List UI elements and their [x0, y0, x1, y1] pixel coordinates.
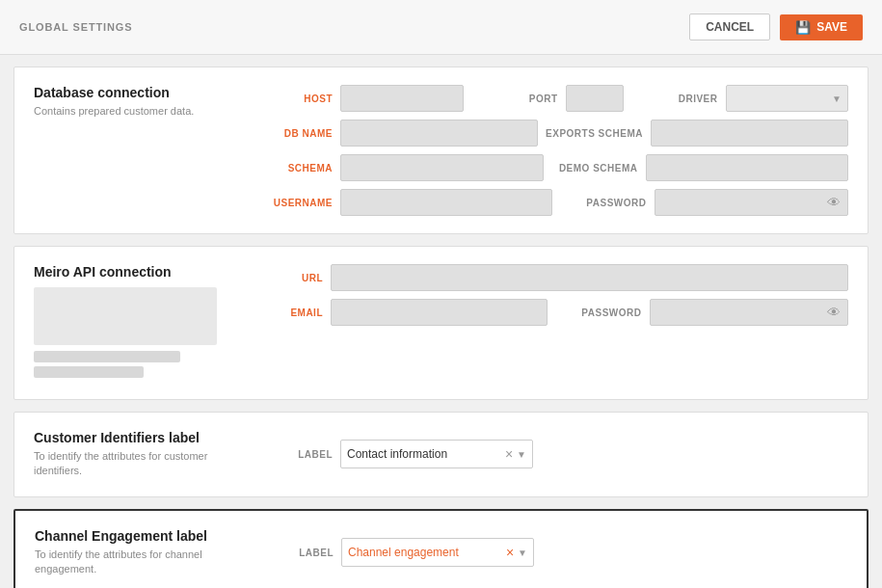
meiro-password-label: PASSWORD — [555, 307, 642, 318]
port-input[interactable] — [566, 85, 624, 112]
db-name-label: DB NAME — [246, 128, 333, 139]
header-actions: CANCEL 💾 SAVE — [689, 13, 863, 40]
host-label: HOST — [246, 94, 333, 104]
database-section: Database connection Contains prepared cu… — [13, 67, 869, 234]
username-label: USERNAME — [246, 198, 333, 208]
meiro-section-right: URL EMAIL PASSWORD 👁 — [236, 264, 848, 326]
db-password-wrapper: 👁 — [655, 189, 849, 216]
meiro-password-input[interactable] — [650, 299, 849, 326]
customer-identifiers-desc: To identify the attributes for customer … — [34, 449, 227, 479]
demo-schema-label: DEMO SCHEMA — [551, 163, 638, 174]
save-button[interactable]: 💾 SAVE — [780, 14, 863, 40]
channel-engagement-left: Channel Engagement label To identify the… — [35, 528, 227, 577]
database-desc: Contains prepared customer data. — [34, 104, 227, 119]
ci-label-value: Contact information — [347, 447, 501, 461]
meiro-desc-line1 — [34, 351, 180, 362]
db-password-eye-icon[interactable]: 👁 — [827, 195, 841, 210]
host-input[interactable] — [340, 85, 464, 112]
channel-engagement-section: Channel Engagement label To identify the… — [13, 509, 869, 588]
customer-identifiers-section: Customer Identifiers label To identify t… — [13, 412, 869, 497]
meiro-title: Meiro API connection — [34, 264, 217, 280]
ci-arrow-icon[interactable]: ▼ — [517, 449, 526, 460]
meiro-password-eye-icon[interactable]: 👁 — [827, 305, 841, 320]
meiro-desc-block — [34, 287, 217, 345]
save-icon: 💾 — [795, 20, 811, 35]
meiro-url-row: URL — [236, 264, 848, 291]
page-title: GLOBAL SETTINGS — [19, 21, 133, 33]
meiro-section: Meiro API connection URL EMAIL PASSWOR — [13, 246, 869, 400]
database-section-left: Database connection Contains prepared cu… — [34, 85, 227, 119]
ce-label-select[interactable]: Channel engagement × ▼ — [341, 538, 534, 567]
driver-arrow-icon: ▼ — [832, 94, 842, 104]
db-password-input[interactable] — [655, 189, 849, 216]
username-input[interactable] — [340, 189, 552, 216]
driver-select[interactable]: ▼ — [726, 85, 849, 112]
meiro-email-password-row: EMAIL PASSWORD 👁 — [236, 299, 848, 326]
page-wrapper: GLOBAL SETTINGS CANCEL 💾 SAVE Database c… — [0, 0, 882, 588]
channel-engagement-title: Channel Engagement label — [35, 528, 227, 544]
url-input[interactable] — [331, 264, 848, 291]
ci-label-select[interactable]: Contact information × ▼ — [340, 440, 533, 468]
meiro-desc-line2 — [34, 366, 144, 378]
ci-label-label: LABEL — [246, 449, 333, 460]
customer-identifiers-left: Customer Identifiers label To identify t… — [34, 430, 227, 479]
url-label: URL — [236, 273, 323, 283]
email-label: EMAIL — [236, 307, 323, 318]
exports-schema-label: EXPORTS SCHEMA — [546, 128, 643, 139]
exports-schema-input[interactable] — [651, 120, 848, 147]
meiro-section-left: Meiro API connection — [34, 264, 217, 382]
customer-identifiers-right: LABEL Contact information × ▼ — [246, 440, 848, 468]
ci-clear-icon[interactable]: × — [505, 446, 513, 462]
meiro-password-wrapper: 👁 — [650, 299, 849, 326]
db-password-label: PASSWORD — [560, 198, 647, 208]
driver-label: DRIVER — [631, 94, 718, 104]
ce-label-label: LABEL — [247, 548, 334, 558]
schema-input[interactable] — [340, 154, 544, 181]
customer-identifiers-title: Customer Identifiers label — [34, 430, 227, 445]
cancel-button[interactable]: CANCEL — [689, 13, 770, 40]
ce-clear-icon[interactable]: × — [506, 545, 514, 560]
schema-label: SCHEMA — [246, 163, 333, 174]
channel-engagement-desc: To identify the attributes for channel e… — [35, 548, 227, 577]
db-name-input[interactable] — [340, 120, 538, 147]
ce-label-value: Channel engagement — [348, 546, 502, 559]
channel-engagement-right: LABEL Channel engagement × ▼ — [247, 538, 847, 567]
ce-arrow-icon[interactable]: ▼ — [518, 548, 527, 558]
header: GLOBAL SETTINGS CANCEL 💾 SAVE — [0, 0, 882, 55]
email-input[interactable] — [331, 299, 548, 326]
database-title: Database connection — [34, 85, 227, 100]
demo-schema-input[interactable] — [646, 154, 849, 181]
port-label: PORT — [471, 94, 558, 104]
database-section-right: HOST PORT DRIVER ▼ DB NAME EXPORTS SCHEM… — [246, 85, 848, 216]
